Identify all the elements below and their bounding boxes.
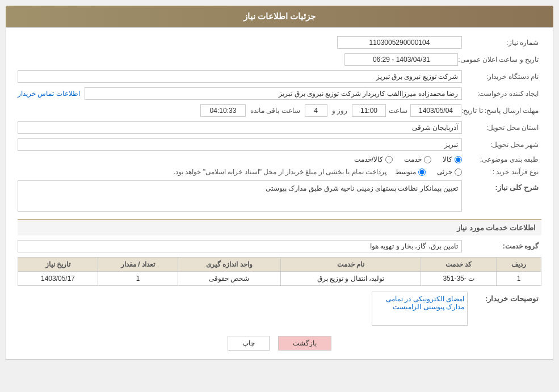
buyer-org-label: نام دستگاه خریدار: — [462, 73, 541, 81]
buyer-org-row: نام دستگاه خریدار: شرکت توزیع نیروی برق … — [18, 70, 541, 83]
radio-kala-khadamat-input[interactable] — [385, 156, 393, 163]
need-number-row: شماره نیاز: 1103005290000104 — [18, 36, 541, 49]
deadline-row: مهلت ارسال پاسخ: تا تاریخ: 1403/05/04 سا… — [18, 104, 541, 117]
col-header-code: کد خدمت — [421, 258, 497, 272]
table-cell-name: تولید، انتقال و توزیع برق — [280, 272, 421, 286]
purchase-note: پرداخت تمام یا بخشی از مبلغ خریدار از مح… — [174, 168, 386, 176]
purchase-type-label: نوع فرآیند خرید : — [462, 168, 541, 176]
radio-jozee-input[interactable] — [455, 168, 462, 176]
deadline-days: 4 — [305, 104, 327, 117]
service-group-label: گروه خدمت: — [462, 242, 541, 250]
announce-date-value: 1403/04/31 - 06:29 — [344, 53, 458, 66]
radio-khadamat: خدمت — [404, 155, 431, 163]
page-title: جزئیات اطلاعات نیاز — [243, 11, 316, 21]
main-content: شماره نیاز: 1103005290000104 تاریخ و ساع… — [6, 27, 553, 360]
col-header-name: نام خدمت — [280, 258, 421, 272]
need-number-label: شماره نیاز: — [462, 39, 541, 47]
province-label: استان محل تحویل: — [462, 124, 541, 132]
col-header-qty: تعداد / مقدار — [98, 258, 178, 272]
province-row: استان محل تحویل: آذربایجان شرقی — [18, 121, 541, 134]
remaining-time: 04:10:33 — [200, 104, 246, 117]
table-cell-row: 1 — [497, 272, 541, 286]
remaining-label: ساعت باقی مانده — [250, 107, 300, 115]
table-cell-date: 1403/05/17 — [18, 272, 98, 286]
table-cell-unit: شخص حقوقی — [178, 272, 280, 286]
need-desc-container — [18, 180, 462, 213]
page-header: جزئیات اطلاعات نیاز — [6, 6, 553, 27]
creator-contact-link[interactable]: اطلاعات تماس خریدار — [18, 90, 80, 98]
city-value: تبریز — [18, 138, 462, 151]
deadline-time: 11:00 — [352, 104, 386, 117]
radio-kala-khadamat: کالا/خدمت — [354, 155, 393, 163]
category-radio-group: کالا خدمت کالا/خدمت — [354, 155, 462, 163]
need-desc-label: شرح کلی نیاز: — [462, 183, 541, 192]
radio-motawaset-input[interactable] — [418, 168, 426, 176]
back-button[interactable]: بازگشت — [278, 336, 331, 351]
announce-date-label: تاریخ و ساعت اعلان عمومی: — [458, 56, 541, 64]
services-table: ردیف کد خدمت نام خدمت واحد اندازه گیری ت… — [18, 257, 541, 286]
footer-buttons: بازگشت چاپ — [18, 336, 541, 351]
creator-value: رضا محمدزاده میرزاالقب کاربردار شرکت توز… — [85, 87, 462, 100]
col-header-unit: واحد اندازه گیری — [178, 258, 280, 272]
category-label: طبقه بندی موضوعی: — [462, 155, 541, 163]
city-row: شهر محل تحویل: تبریز — [18, 138, 541, 151]
purchase-type-row: نوع فرآیند خرید : جزئی متوسط پرداخت تمام… — [18, 168, 541, 176]
services-section-title: اطلاعات خدمات مورد نیاز — [18, 219, 541, 235]
table-cell-quantity: 1 — [98, 272, 178, 286]
radio-khadamat-input[interactable] — [424, 156, 431, 163]
need-desc-row: شرح کلی نیاز: — [18, 180, 541, 213]
radio-khadamat-label: خدمت — [404, 155, 422, 163]
creator-label: ایجاد کننده درخواست: — [462, 90, 541, 98]
buyer-desc-row: توصیحات خریدار: — [18, 292, 541, 327]
radio-motawaset-label: متوسط — [395, 168, 416, 176]
services-table-section: ردیف کد خدمت نام خدمت واحد اندازه گیری ت… — [18, 257, 541, 286]
radio-jozee: جزئی — [437, 168, 462, 176]
service-group-value: تامین برق، گاز، بخار و تهویه هوا — [18, 240, 462, 252]
city-label: شهر محل تحویل: — [462, 141, 541, 149]
table-cell-code: ت -35-351 — [421, 272, 497, 286]
service-group-row: گروه خدمت: تامین برق، گاز، بخار و تهویه … — [18, 240, 541, 252]
buyer-desc-label: توصیحات خریدار: — [468, 294, 541, 303]
radio-kala: کالا — [443, 155, 462, 163]
deadline-days-label: روز و — [332, 107, 347, 115]
radio-kala-input[interactable] — [455, 156, 462, 163]
table-header-row: ردیف کد خدمت نام خدمت واحد اندازه گیری ت… — [18, 258, 541, 272]
province-value: آذربایجان شرقی — [18, 121, 462, 134]
buyer-desc-textarea — [372, 292, 468, 326]
radio-jozee-label: جزئی — [437, 168, 452, 176]
radio-kala-label: کالا — [443, 155, 452, 163]
buyer-org-value: شرکت توزیع نیروی برق تبریز — [18, 70, 462, 83]
table-row: 1ت -35-351تولید، انتقال و توزیع برقشخص ح… — [18, 272, 541, 286]
need-desc-value — [18, 180, 462, 212]
buyer-desc-container — [18, 292, 468, 327]
deadline-time-label: ساعت — [389, 107, 407, 115]
col-header-date: تاریخ نیاز — [18, 258, 98, 272]
print-button[interactable]: چاپ — [228, 336, 270, 351]
creator-row: ایجاد کننده درخواست: رضا محمدزاده میرزاا… — [18, 87, 541, 100]
radio-motawaset: متوسط — [395, 168, 426, 176]
col-header-row: ردیف — [497, 258, 541, 272]
announce-date-row: تاریخ و ساعت اعلان عمومی: 1403/04/31 - 0… — [18, 53, 541, 66]
radio-kala-khadamat-label: کالا/خدمت — [354, 155, 383, 163]
deadline-date: 1403/05/04 — [410, 104, 461, 117]
purchase-type-group: جزئی متوسط — [395, 168, 462, 176]
category-row: طبقه بندی موضوعی: کالا خدمت کالا/خدمت — [18, 155, 541, 163]
need-number-value: 1103005290000104 — [337, 36, 462, 49]
deadline-label: مهلت ارسال پاسخ: تا تاریخ: — [461, 107, 541, 115]
